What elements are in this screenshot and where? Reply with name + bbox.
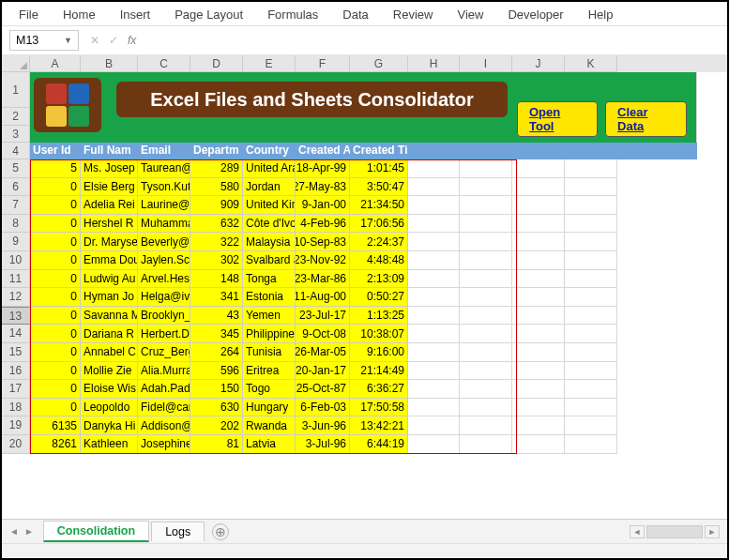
column-header-E[interactable]: E <box>243 55 296 72</box>
cell-name[interactable]: Savanna M <box>81 307 138 325</box>
cell-dept[interactable]: 81 <box>190 435 243 454</box>
cell-time[interactable]: 1:01:45 <box>350 159 408 178</box>
cell-time[interactable]: 6:36:27 <box>350 380 408 399</box>
empty-cell[interactable] <box>565 215 617 234</box>
empty-cell[interactable] <box>408 288 460 307</box>
cell-name[interactable]: Hyman Jo <box>81 288 138 307</box>
empty-cell[interactable] <box>460 178 512 197</box>
empty-cell[interactable] <box>460 380 512 399</box>
cell-date[interactable]: 6-Feb-03 <box>296 399 350 417</box>
empty-cell[interactable] <box>512 215 565 234</box>
row-header-1[interactable]: 1 <box>2 72 30 108</box>
ribbon-tab-data[interactable]: Data <box>342 8 368 22</box>
cell-email[interactable]: Herbert.D <box>138 325 190 343</box>
cell-country[interactable]: United Kin <box>243 196 296 215</box>
cell-dept[interactable]: 345 <box>190 325 243 343</box>
cell-country[interactable]: Tunisia <box>243 343 296 362</box>
cell-dept[interactable]: 596 <box>190 362 243 381</box>
empty-cell[interactable] <box>512 380 565 399</box>
empty-cell[interactable] <box>408 435 460 454</box>
column-header-B[interactable]: B <box>81 55 138 72</box>
cell-name[interactable]: Eloise Wis <box>81 380 138 399</box>
name-box[interactable]: M13 ▼ <box>9 30 79 51</box>
empty-cell[interactable] <box>408 215 460 234</box>
cell-email[interactable]: Brooklyn_ <box>138 307 190 325</box>
cell-id[interactable]: 0 <box>30 233 81 251</box>
table-row[interactable]: 5Ms. JosepTaurean@289United Ara18-Apr-99… <box>30 159 697 178</box>
cell-country[interactable]: Latvia <box>243 435 296 454</box>
cell-name[interactable]: Ms. Josep <box>81 159 138 178</box>
empty-cell[interactable] <box>408 307 460 325</box>
cell-name[interactable]: Hershel R <box>81 215 138 234</box>
ribbon-tab-home[interactable]: Home <box>63 8 96 22</box>
cell-date[interactable]: 11-Aug-00 <box>296 288 350 307</box>
empty-cell[interactable] <box>512 307 565 325</box>
cell-id[interactable]: 0 <box>30 343 81 362</box>
cell-email[interactable]: Jaylen.Sch <box>138 251 190 270</box>
empty-cell[interactable] <box>408 159 460 178</box>
empty-cell[interactable] <box>565 416 617 435</box>
cell-time[interactable]: 17:50:58 <box>350 399 408 417</box>
cell-dept[interactable]: 909 <box>190 196 243 215</box>
column-header-C[interactable]: C <box>138 55 190 72</box>
sheet-tab-consolidation[interactable]: Consolidation <box>43 521 149 542</box>
row-header-16[interactable]: 16 <box>2 362 30 381</box>
row-header-6[interactable]: 6 <box>2 178 30 197</box>
cell-dept[interactable]: 322 <box>190 233 243 251</box>
row-header-17[interactable]: 17 <box>2 380 30 399</box>
cell-name[interactable]: Dariana R <box>81 325 138 343</box>
horizontal-scroll[interactable]: ◄► <box>630 525 720 538</box>
cell-time[interactable]: 2:13:09 <box>350 270 408 289</box>
cell-id[interactable]: 0 <box>30 307 81 325</box>
cell-email[interactable]: Addison@ <box>138 416 190 435</box>
cell-dept[interactable]: 148 <box>190 270 243 289</box>
clear-data-button[interactable]: Clear Data <box>605 101 687 137</box>
cell-date[interactable]: 23-Mar-86 <box>296 270 350 289</box>
empty-cell[interactable] <box>460 399 512 417</box>
cell-email[interactable]: Laurine@ <box>138 196 190 215</box>
cell-email[interactable]: Adah.Padl <box>138 380 190 399</box>
empty-cell[interactable] <box>565 343 617 362</box>
empty-cell[interactable] <box>565 435 617 454</box>
cell-name[interactable]: Leopoldo <box>81 399 138 417</box>
empty-cell[interactable] <box>460 233 512 251</box>
cell-time[interactable]: 1:13:25 <box>350 307 408 325</box>
empty-cell[interactable] <box>408 399 460 417</box>
cell-dept[interactable]: 289 <box>190 159 243 178</box>
cell-date[interactable]: 10-Sep-83 <box>296 233 350 251</box>
cell-date[interactable]: 9-Oct-08 <box>296 325 350 343</box>
cell-country[interactable]: Hungary <box>243 399 296 417</box>
cell-date[interactable]: 20-Jan-17 <box>296 362 350 381</box>
empty-cell[interactable] <box>512 325 565 343</box>
cell-name[interactable]: Adelia Rei <box>81 196 138 215</box>
cell-date[interactable]: 3-Jun-96 <box>296 416 350 435</box>
row-header-4[interactable]: 4 <box>2 143 30 159</box>
ribbon-tab-help[interactable]: Help <box>588 8 614 22</box>
cell-country[interactable]: Malaysia <box>243 233 296 251</box>
cell-email[interactable]: Tyson.Kut <box>138 178 190 197</box>
row-header-13[interactable]: 13 <box>2 307 30 325</box>
empty-cell[interactable] <box>565 325 617 343</box>
cell-dept[interactable]: 202 <box>190 416 243 435</box>
cell-date[interactable]: 26-Mar-05 <box>296 343 350 362</box>
cell-id[interactable]: 8261 <box>30 435 81 454</box>
cell-name[interactable]: Emma Dou <box>81 251 138 270</box>
table-row[interactable]: 0Hyman JoHelga@iv341Estonia11-Aug-000:50… <box>30 288 697 307</box>
cell-id[interactable]: 0 <box>30 178 81 197</box>
cell-email[interactable]: Helga@iv <box>138 288 190 307</box>
cell-date[interactable]: 4-Feb-96 <box>296 215 350 234</box>
empty-cell[interactable] <box>512 343 565 362</box>
row-header-14[interactable]: 14 <box>2 325 30 343</box>
cell-name[interactable]: Ludwig Au <box>81 270 138 289</box>
empty-cell[interactable] <box>408 196 460 215</box>
empty-cell[interactable] <box>408 416 460 435</box>
empty-cell[interactable] <box>460 307 512 325</box>
empty-cell[interactable] <box>565 307 617 325</box>
column-header-K[interactable]: K <box>565 55 617 72</box>
cell-id[interactable]: 0 <box>30 215 81 234</box>
cell-time[interactable]: 10:38:07 <box>350 325 408 343</box>
cell-dept[interactable]: 43 <box>190 307 243 325</box>
empty-cell[interactable] <box>512 270 565 289</box>
empty-cell[interactable] <box>408 343 460 362</box>
empty-cell[interactable] <box>512 416 565 435</box>
